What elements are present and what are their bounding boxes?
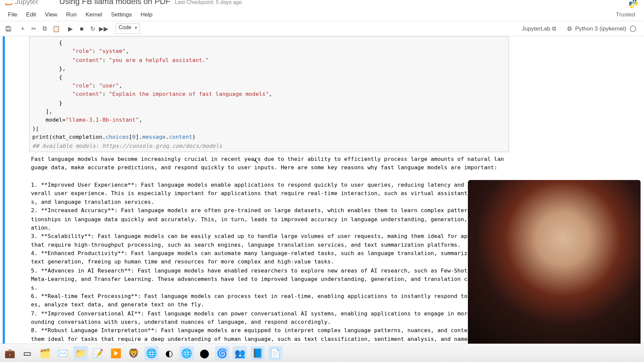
svg-rect-3 (7, 26, 9, 27)
paste-icon[interactable]: 📋 (50, 23, 61, 34)
taskbar-notes[interactable]: 📝 (91, 346, 105, 360)
cell-selected-bar (3, 36, 5, 152)
taskbar-teams[interactable]: 👥 (233, 346, 247, 360)
code-editor[interactable]: { "role": "system", "content": "you are … (29, 36, 509, 152)
menu-kernel[interactable]: Kernel (81, 9, 107, 19)
notebook-title[interactable]: Using FB llama models on PDF (59, 0, 170, 6)
jupyter-logo-text: Jupyter (15, 0, 53, 5)
checkpoint-text: Last Checkpoint: 5 days ago (175, 0, 242, 5)
copy-icon[interactable]: ⧉ (39, 23, 50, 34)
jupyter-swirl-icon (4, 0, 14, 7)
taskbar-chrome2[interactable]: 🌐 (180, 346, 194, 360)
python-icon (627, 0, 640, 10)
toolbar: + ✂ ⧉ 📋 ▶ ■ ↻ ▶▶ Code JupyterLab ⧉ ⚙ Pyt… (0, 21, 644, 36)
taskbar-edge[interactable]: 🌀 (215, 346, 229, 360)
fast-forward-icon[interactable]: ▶▶ (98, 23, 109, 34)
svg-rect-2 (7, 29, 9, 31)
taskbar-taskview[interactable]: ▭ (20, 346, 35, 360)
menu-edit[interactable]: Edit (22, 9, 41, 19)
menu-file[interactable]: File (4, 9, 22, 19)
webcam-overlay (468, 180, 641, 348)
kernel-status-icon[interactable] (630, 25, 636, 32)
debug-icon[interactable]: ⚙ (564, 23, 575, 34)
cell-gutter (3, 36, 29, 152)
stop-icon[interactable]: ■ (76, 23, 87, 34)
restart-icon[interactable]: ↻ (87, 23, 98, 34)
taskbar-files[interactable]: 🗂️ (38, 346, 52, 360)
taskbar-term[interactable]: ⬤ (198, 346, 212, 360)
output-gutter (3, 152, 29, 362)
svg-point-1 (5, 5, 6, 6)
trusted-indicator[interactable]: Trusted (616, 11, 640, 18)
save-icon[interactable] (3, 23, 14, 34)
taskbar-start[interactable]: 💼 (3, 346, 17, 360)
menu-run[interactable]: Run (62, 9, 81, 19)
output-selected-bar (3, 152, 5, 362)
title-area: Using FB llama models on PDF Last Checkp… (59, 0, 242, 6)
taskbar[interactable]: 💼▭🗂️✉️📁📝▶️🦁🌐◐🌐⬤🌀👥📘📄 (0, 344, 644, 362)
celltype-select[interactable]: Code (115, 23, 140, 34)
taskbar-explorer[interactable]: 📁 (73, 346, 88, 360)
taskbar-vscode[interactable]: 📘 (251, 346, 265, 360)
celltype-select-wrap[interactable]: Code (113, 23, 140, 34)
taskbar-mail[interactable]: ✉️ (56, 346, 70, 360)
insert-cell-icon[interactable]: + (17, 23, 28, 34)
taskbar-app1[interactable]: ◐ (162, 346, 176, 360)
cell-output: Fast language models have become increas… (29, 152, 509, 362)
menu-bar: File Edit View Run Kernel Settings Help … (0, 8, 644, 21)
menu-view[interactable]: View (41, 9, 62, 19)
run-icon[interactable]: ▶ (65, 23, 76, 34)
jupyter-logo[interactable]: Jupyter (4, 0, 53, 7)
kernel-name[interactable]: Python 3 (ipykernel) (575, 25, 627, 32)
taskbar-media[interactable]: ▶️ (109, 346, 123, 360)
header: Jupyter Using FB llama models on PDF Las… (0, 0, 644, 7)
cut-icon[interactable]: ✂ (28, 23, 39, 34)
menu-help[interactable]: Help (136, 9, 157, 19)
taskbar-brave[interactable]: 🦁 (126, 346, 141, 360)
taskbar-chrome[interactable]: 🌐 (144, 346, 158, 360)
external-link-icon: ⧉ (552, 25, 556, 32)
jupyterlab-label: JupyterLab (522, 25, 550, 32)
taskbar-app2[interactable]: 📄 (268, 346, 282, 360)
menu-settings[interactable]: Settings (107, 9, 136, 19)
jupyterlab-link[interactable]: JupyterLab ⧉ (522, 25, 556, 32)
code-cell[interactable]: { "role": "system", "content": "you are … (3, 36, 641, 152)
